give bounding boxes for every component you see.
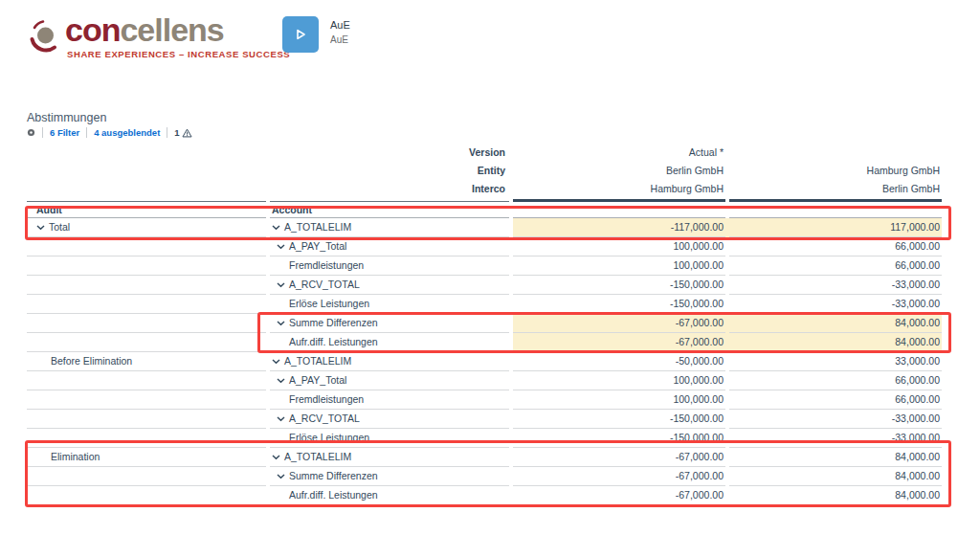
value-cell[interactable]: 84,000.00: [729, 467, 942, 486]
audit-cell[interactable]: [27, 276, 266, 295]
audit-cell[interactable]: [27, 295, 266, 314]
page-title: Abstimmungen: [27, 111, 106, 124]
audit-cell[interactable]: [27, 237, 266, 256]
account-cell[interactable]: Summe Differenzen: [270, 467, 509, 486]
header-row-version: Version Actual *: [27, 144, 942, 162]
logo-swoosh-icon: [29, 17, 61, 56]
header-value[interactable]: Hamburg GmbH: [513, 180, 725, 198]
value-cell[interactable]: 84,000.00: [729, 486, 942, 505]
value-cell[interactable]: 66,000.00: [729, 256, 942, 276]
account-cell[interactable]: A_RCV_TOTAL: [270, 410, 509, 429]
account-cell[interactable]: Erlöse Leistungen: [270, 295, 509, 314]
value-cell[interactable]: -150,000.00: [513, 429, 725, 448]
chevron-down-icon[interactable]: [272, 455, 280, 460]
value-cells: 100,000.0066,000.00: [513, 390, 942, 410]
account-label: A_PAY_Total: [289, 374, 346, 386]
hidden-columns-link[interactable]: 4 ausgeblendet: [94, 127, 160, 138]
value-cell[interactable]: 100,000.00: [513, 237, 725, 256]
audit-cell[interactable]: [27, 333, 266, 352]
value-cell[interactable]: 66,000.00: [729, 371, 942, 390]
audit-cell[interactable]: [27, 410, 266, 429]
account-cell[interactable]: A_PAY_Total: [270, 237, 509, 256]
chevron-down-icon[interactable]: [277, 378, 285, 384]
account-cell[interactable]: A_RCV_TOTAL: [270, 276, 509, 295]
account-cell[interactable]: A_TOTALELIM: [270, 448, 509, 467]
dimension-label-entity[interactable]: Entity: [27, 162, 509, 180]
account-cell[interactable]: Erlöse Leistungen: [270, 429, 509, 448]
chevron-down-icon[interactable]: [277, 474, 285, 479]
value-cell[interactable]: 84,000.00: [729, 314, 942, 333]
chevron-down-icon[interactable]: [272, 225, 280, 231]
value-cell[interactable]: 84,000.00: [729, 333, 942, 352]
value-cell[interactable]: -67,000.00: [513, 333, 725, 352]
dimension-label-version[interactable]: Version: [27, 144, 509, 162]
account-cell[interactable]: Aufr.diff. Leistungen: [270, 486, 509, 505]
toolbar-divider: [167, 127, 167, 138]
value-cell[interactable]: -67,000.00: [513, 314, 725, 333]
value-cell[interactable]: 84,000.00: [729, 448, 942, 467]
audit-cell[interactable]: Total: [27, 218, 266, 237]
value-cell[interactable]: -67,000.00: [513, 467, 725, 486]
warning-badge[interactable]: 1: [174, 127, 191, 138]
value-cell[interactable]: 117,000.00: [729, 218, 942, 237]
value-cell[interactable]: -33,000.00: [729, 295, 942, 314]
value-cell[interactable]: 66,000.00: [729, 237, 942, 256]
value-cell[interactable]: 100,000.00: [513, 256, 725, 276]
audit-cell[interactable]: [27, 371, 266, 390]
account-label: Erlöse Leistungen: [289, 432, 369, 443]
account-cell[interactable]: A_PAY_Total: [270, 371, 509, 390]
account-cell[interactable]: Summe Differenzen: [270, 314, 509, 333]
value-cell[interactable]: -33,000.00: [729, 276, 942, 295]
story-tile-aue[interactable]: [282, 16, 319, 53]
column-header-audit[interactable]: Audit: [27, 202, 266, 218]
column-header-account[interactable]: Account: [270, 202, 509, 218]
audit-cell[interactable]: [27, 256, 266, 276]
account-label: Fremdleistungen: [289, 259, 364, 271]
dimension-label-interco[interactable]: Interco: [27, 180, 509, 198]
account-cell[interactable]: Fremdleistungen: [270, 256, 509, 276]
account-cell[interactable]: A_TOTALELIM: [270, 352, 509, 371]
audit-cell[interactable]: Elimination: [27, 448, 266, 467]
chevron-down-icon[interactable]: [277, 321, 285, 326]
value-cell[interactable]: -67,000.00: [513, 486, 725, 505]
designer-icon[interactable]: [27, 128, 35, 137]
value-cell[interactable]: 100,000.00: [513, 390, 725, 410]
table-row: A_PAY_Total100,000.0066,000.00: [27, 237, 942, 256]
value-cell[interactable]: -33,000.00: [729, 429, 942, 448]
audit-cell[interactable]: [27, 429, 266, 448]
account-cell[interactable]: Aufr.diff. Leistungen: [270, 333, 509, 352]
value-cell[interactable]: -50,000.00: [513, 352, 725, 371]
table-row: Fremdleistungen100,000.0066,000.00: [27, 256, 942, 276]
value-cell[interactable]: 66,000.00: [729, 390, 942, 410]
header-value[interactable]: Berlin GmbH: [513, 162, 725, 180]
column-header-value1: [513, 202, 725, 218]
value-cell[interactable]: -33,000.00: [729, 410, 942, 429]
chevron-down-icon[interactable]: [272, 359, 280, 365]
chevron-down-icon[interactable]: [36, 225, 45, 231]
header-value[interactable]: [729, 144, 942, 162]
audit-cell[interactable]: [27, 486, 266, 505]
chevron-down-icon[interactable]: [277, 416, 285, 422]
audit-cell[interactable]: [27, 467, 266, 486]
value-cell[interactable]: -150,000.00: [513, 410, 725, 429]
header-value[interactable]: Berlin GmbH: [729, 180, 942, 198]
value-cell[interactable]: 100,000.00: [513, 371, 725, 390]
tile-title[interactable]: AuE: [330, 18, 350, 33]
filter-link[interactable]: 6 Filter: [50, 127, 79, 138]
value-cells: -150,000.00-33,000.00: [513, 276, 942, 295]
audit-cell[interactable]: Before Elimination: [27, 352, 266, 371]
header-value[interactable]: Actual *: [513, 144, 725, 162]
value-cell[interactable]: 33,000.00: [729, 352, 942, 371]
header-value[interactable]: Hamburg GmbH: [729, 162, 942, 180]
audit-cell[interactable]: [27, 314, 266, 333]
account-cell[interactable]: A_TOTALELIM: [270, 218, 509, 237]
value-cell[interactable]: -150,000.00: [513, 276, 725, 295]
account-cell[interactable]: Fremdleistungen: [270, 390, 509, 410]
chevron-down-icon[interactable]: [277, 282, 285, 288]
value-cell[interactable]: -67,000.00: [513, 448, 725, 467]
chevron-down-icon[interactable]: [277, 244, 285, 250]
value-cell[interactable]: -150,000.00: [513, 295, 725, 314]
reconciliation-table: Version Actual * Entity Berlin GmbH Hamb…: [27, 144, 942, 506]
value-cell[interactable]: -117,000.00: [513, 218, 725, 237]
audit-cell[interactable]: [27, 390, 266, 410]
